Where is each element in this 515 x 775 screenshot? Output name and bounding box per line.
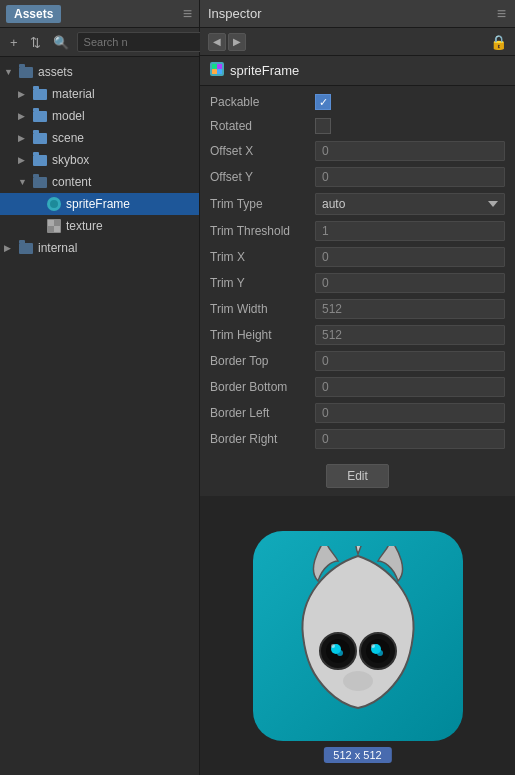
tree-item-skybox[interactable]: ▶ skybox xyxy=(0,149,199,171)
trim-y-input[interactable] xyxy=(315,273,505,293)
inspector-panel: Inspector ≡ ◀ ▶ 🔒 spriteFrame Packable xyxy=(200,0,515,775)
prop-label-offset-x: Offset X xyxy=(210,144,315,158)
arrow-icon: ▶ xyxy=(18,111,32,121)
inspector-menu-icon[interactable]: ≡ xyxy=(497,5,507,23)
offset-y-input[interactable] xyxy=(315,167,505,187)
svg-rect-5 xyxy=(210,62,224,76)
tree-item-label: spriteFrame xyxy=(66,197,130,211)
prop-label-border-bottom: Border Bottom xyxy=(210,380,315,394)
folder-icon xyxy=(32,108,48,124)
preview-size-badge: 512 x 512 xyxy=(323,747,391,763)
svg-rect-4 xyxy=(54,226,60,232)
prop-label-trim-width: Trim Width xyxy=(210,302,315,316)
properties-section: Packable Rotated Offset X xyxy=(200,86,515,456)
arrow-icon: ▼ xyxy=(18,177,32,187)
tree-item-spriteframe[interactable]: spriteFrame xyxy=(0,193,199,215)
prop-border-top: Border Top xyxy=(200,348,515,374)
prop-offset-y: Offset Y xyxy=(200,164,515,190)
tree-item-assets[interactable]: ▼ assets xyxy=(0,61,199,83)
border-right-input[interactable] xyxy=(315,429,505,449)
prop-label-packable: Packable xyxy=(210,95,315,109)
tree-item-label: material xyxy=(52,87,95,101)
assets-tab[interactable]: Assets xyxy=(6,5,61,23)
assets-toolbar: + ⇅ 🔍 ↩ ↻ xyxy=(0,28,199,57)
edit-button-row: Edit xyxy=(200,456,515,496)
preview-image xyxy=(253,531,463,741)
prop-border-right: Border Right xyxy=(200,426,515,452)
folder-icon xyxy=(32,130,48,146)
preview-container: 512 x 512 xyxy=(253,531,463,741)
rotated-checkbox[interactable] xyxy=(315,118,331,134)
arrow-icon: ▶ xyxy=(18,133,32,143)
svg-rect-7 xyxy=(217,64,222,69)
folder-icon xyxy=(32,152,48,168)
tree-item-internal[interactable]: ▶ internal xyxy=(0,237,199,259)
prop-offset-x: Offset X xyxy=(200,138,515,164)
tree-item-content[interactable]: ▼ content xyxy=(0,171,199,193)
prop-packable: Packable xyxy=(200,90,515,114)
prop-label-trim-height: Trim Height xyxy=(210,328,315,342)
prop-label-border-top: Border Top xyxy=(210,354,315,368)
tree-item-label: content xyxy=(52,175,91,189)
prop-trim-x: Trim X xyxy=(200,244,515,270)
tree-item-label: internal xyxy=(38,241,77,255)
arrow-icon: ▼ xyxy=(4,67,18,77)
trim-threshold-input[interactable] xyxy=(315,221,505,241)
lock-button[interactable]: 🔒 xyxy=(490,34,507,50)
prop-trim-width: Trim Width xyxy=(200,296,515,322)
assets-panel: Assets ≡ + ⇅ 🔍 ↩ ↻ ▼ assets ▶ material ▶… xyxy=(0,0,200,775)
arrow-icon xyxy=(32,221,46,231)
arrow-icon xyxy=(32,199,46,209)
add-button[interactable]: + xyxy=(6,34,22,51)
tree-item-model[interactable]: ▶ model xyxy=(0,105,199,127)
assets-menu-icon[interactable]: ≡ xyxy=(183,5,193,23)
tree-item-material[interactable]: ▶ material xyxy=(0,83,199,105)
border-top-input[interactable] xyxy=(315,351,505,371)
prop-label-trim-x: Trim X xyxy=(210,250,315,264)
prop-trim-y: Trim Y xyxy=(200,270,515,296)
prop-trim-threshold: Trim Threshold xyxy=(200,218,515,244)
edit-button[interactable]: Edit xyxy=(326,464,389,488)
nav-prev-button[interactable]: ◀ xyxy=(208,33,226,51)
texture-icon xyxy=(46,218,62,234)
arrow-icon: ▶ xyxy=(18,155,32,165)
prop-trim-type: Trim Type auto custom none xyxy=(200,190,515,218)
tree-item-texture[interactable]: texture xyxy=(0,215,199,237)
preview-area: 512 x 512 xyxy=(200,496,515,775)
folder-icon xyxy=(32,86,48,102)
svg-rect-8 xyxy=(212,69,217,74)
prop-rotated: Rotated xyxy=(200,114,515,138)
sprite-icon xyxy=(46,196,62,212)
offset-x-input[interactable] xyxy=(315,141,505,161)
resource-name: spriteFrame xyxy=(230,63,299,78)
prop-border-left: Border Left xyxy=(200,400,515,426)
packable-checkbox[interactable] xyxy=(315,94,331,110)
border-left-input[interactable] xyxy=(315,403,505,423)
prop-border-bottom: Border Bottom xyxy=(200,374,515,400)
tree-item-label: assets xyxy=(38,65,73,79)
prop-label-trim-threshold: Trim Threshold xyxy=(210,224,315,238)
prop-label-border-left: Border Left xyxy=(210,406,315,420)
trim-x-input[interactable] xyxy=(315,247,505,267)
trim-width-input[interactable] xyxy=(315,299,505,319)
prop-label-border-right: Border Right xyxy=(210,432,315,446)
folder-icon xyxy=(32,174,48,190)
search-button[interactable]: 🔍 xyxy=(49,34,73,51)
trim-height-input[interactable] xyxy=(315,325,505,345)
trim-type-select[interactable]: auto custom none xyxy=(315,193,505,215)
border-bottom-input[interactable] xyxy=(315,377,505,397)
sort-button[interactable]: ⇅ xyxy=(26,34,45,51)
svg-rect-6 xyxy=(212,64,217,69)
svg-point-20 xyxy=(343,671,373,691)
tree-item-scene[interactable]: ▶ scene xyxy=(0,127,199,149)
arrow-icon: ▶ xyxy=(18,89,32,99)
nav-next-button[interactable]: ▶ xyxy=(228,33,246,51)
svg-point-14 xyxy=(331,644,335,648)
svg-point-13 xyxy=(337,650,343,656)
tree-item-label: skybox xyxy=(52,153,89,167)
tree-item-label: texture xyxy=(66,219,103,233)
inspector-nav: ◀ ▶ 🔒 xyxy=(200,28,515,56)
svg-point-1 xyxy=(50,200,58,208)
assets-tree: ▼ assets ▶ material ▶ model ▶ scene ▶ sk… xyxy=(0,57,199,775)
prop-label-trim-y: Trim Y xyxy=(210,276,315,290)
